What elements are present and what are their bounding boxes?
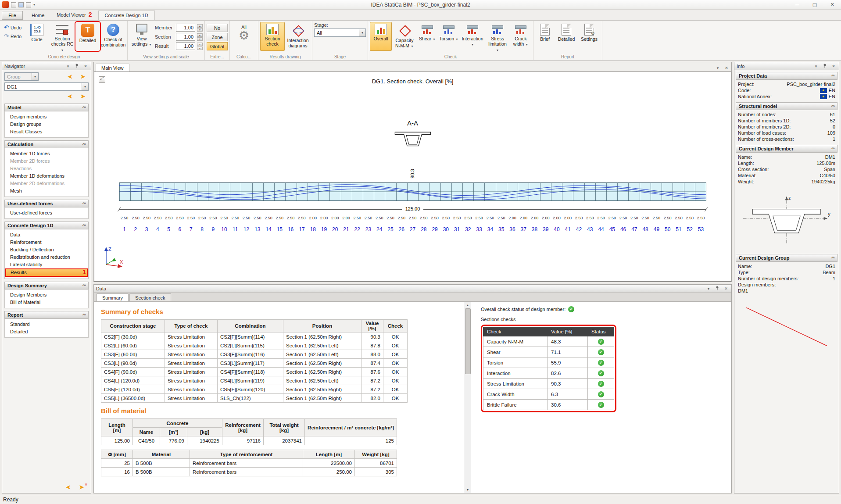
sidebar-item-redistribution[interactable]: Redistribution and reduction [5, 254, 88, 261]
code-button[interactable]: 1,4525.8 Code [25, 22, 49, 51]
report-settings-button[interactable]: ⚙ Settings [578, 22, 600, 51]
result-scale-down[interactable]: ▼ [197, 46, 203, 50]
check-stress-limitation-button[interactable]: Stress limitation ▼ [486, 22, 509, 54]
section-scale-up[interactable]: ▲ [197, 33, 203, 37]
sidebar-item-user-defined-forces[interactable]: User-defined forces [5, 209, 88, 217]
main-view-close-icon[interactable]: ✕ [723, 66, 730, 70]
tab-home[interactable]: Home [25, 11, 50, 20]
section-check-button[interactable]: Section check [260, 22, 285, 51]
sidebar-item-detailed-report[interactable]: Detailed [5, 328, 88, 336]
scroll-down-icon[interactable]: ▼ [465, 486, 471, 493]
stage-dropdown-icon[interactable]: ▼ [359, 29, 365, 36]
next-member-button[interactable]: ➤ [77, 93, 89, 100]
main-view-menu-icon[interactable]: ▾ [715, 66, 721, 70]
sidebar-item-reinforcement[interactable]: Reinforcement [5, 239, 88, 246]
save-icon[interactable] [18, 2, 24, 7]
section-header-concrete-design-1d[interactable]: Concrete Design 1D^^ [4, 222, 89, 229]
navigator-pin-icon[interactable] [74, 64, 80, 69]
info-panel-close-icon[interactable]: ✕ [830, 64, 837, 68]
tab-summary[interactable]: Summary [97, 293, 129, 301]
check-crack-width-button[interactable]: Crack width ▼ [510, 22, 531, 51]
design-group-select[interactable]: DG1 ▼ [4, 82, 89, 91]
close-button[interactable]: ✕ [823, 0, 841, 9]
detailed-button[interactable]: Detailed [75, 22, 100, 51]
sidebar-item-design-members[interactable]: Design members [5, 113, 88, 121]
section-checks-rc-button[interactable]: Section checks RC ▼ [50, 22, 75, 54]
report-detailed-button[interactable]: Detailed [555, 22, 577, 51]
view-settings-button[interactable]: View settings ▼ [129, 22, 154, 51]
group-select[interactable]: Group ▼ [4, 72, 39, 81]
check-capacity-button[interactable]: Capacity N-M-M ▼ [393, 22, 416, 51]
navigator-menu-icon[interactable]: ▾ [65, 64, 71, 68]
info-panel-pin-icon[interactable] [822, 64, 828, 69]
section-header-current-design-member[interactable]: Current Design Member^^ [736, 145, 837, 153]
undo-button[interactable]: ↶Undo [3, 24, 23, 31]
check-overall-button[interactable]: Overall [370, 22, 392, 51]
sidebar-item-standard-report[interactable]: Standard [5, 321, 88, 328]
scroll-up-icon[interactable]: ▲ [465, 302, 471, 308]
data-panel-pin-icon[interactable] [714, 286, 720, 291]
extreme-zone-button[interactable]: Zone [207, 33, 228, 41]
sidebar-item-member-1d-deformations[interactable]: Member 1D deformations [5, 172, 88, 180]
sidebar-item-result-classes[interactable]: Result Classes [5, 128, 88, 136]
group-select-dropdown-icon[interactable]: ▼ [32, 73, 38, 80]
sidebar-item-results[interactable]: Results1 [5, 268, 88, 277]
check-shear-button[interactable]: Shear ▼ [417, 22, 437, 51]
check-torsion-button[interactable]: Torsion ▼ [438, 22, 459, 51]
sidebar-item-bill-of-material[interactable]: Bill of Material [5, 299, 88, 306]
data-panel-close-icon[interactable]: ✕ [723, 286, 729, 291]
result-scale-up[interactable]: ▲ [197, 43, 203, 46]
check-of-combination-button[interactable]: Check of combination [101, 22, 125, 51]
maximize-button[interactable]: ▢ [806, 0, 823, 9]
tab-section-check[interactable]: Section check [129, 293, 171, 301]
customize-toolbar-icon[interactable]: ▾ [33, 3, 35, 7]
section-header-current-design-group[interactable]: Current Design Group^^ [736, 254, 837, 262]
stage-select[interactable]: All ▼ [314, 29, 366, 37]
sidebar-item-lateral-stability[interactable]: Lateral stability [5, 261, 88, 268]
next-group-button[interactable]: ➤ [77, 73, 89, 80]
section-scale-input[interactable]: 1.00 [176, 33, 195, 41]
minimize-button[interactable]: ─ [788, 0, 806, 9]
section-header-design-summary[interactable]: Design Summary^^ [4, 282, 89, 290]
tab-concrete-design-1d[interactable]: Concrete Design 1D [98, 11, 155, 21]
report-brief-button[interactable]: Brief [535, 22, 555, 51]
sidebar-item-member-1d-forces[interactable]: Member 1D forces [5, 150, 88, 157]
section-header-project-data[interactable]: Project Data^^ [736, 72, 837, 80]
navigate-forward-button[interactable]: ➤ [76, 483, 87, 491]
section-header-model[interactable]: Model^^ [4, 104, 89, 111]
tab-model-viewer[interactable]: Model Viewer2 [50, 9, 98, 20]
zoom-extents-icon[interactable] [99, 76, 105, 83]
sidebar-item-design-members-summary[interactable]: Design Members [5, 291, 88, 299]
section-header-calculation[interactable]: Calculation^^ [4, 140, 89, 148]
interaction-diagrams-button[interactable]: Interaction diagrams [286, 22, 310, 51]
section-header-user-forces[interactable]: User-defined forces^^ [4, 200, 89, 207]
extreme-global-button[interactable]: Global [207, 42, 228, 50]
tab-main-view[interactable]: Main View [96, 64, 129, 71]
sidebar-item-design-groups[interactable]: Design groups [5, 121, 88, 128]
navigator-close-icon[interactable]: ✕ [82, 64, 89, 68]
section-scale-down[interactable]: ▼ [197, 37, 203, 41]
sidebar-item-data[interactable]: Data [5, 231, 88, 239]
main-view-canvas[interactable]: DG1. Section check. Overall [%] A-A 90.3 [94, 71, 731, 282]
check-interaction-button[interactable]: Interaction ▼ [460, 22, 485, 51]
design-group-dropdown-icon[interactable]: ▼ [82, 83, 88, 90]
data-panel-scrollbar[interactable]: ▲ ▼ [464, 302, 471, 493]
navigate-back-button[interactable]: ➤ [62, 483, 74, 491]
data-panel-menu-icon[interactable]: ▾ [705, 286, 712, 291]
section-header-report[interactable]: Report^^ [4, 311, 89, 319]
member-scale-input[interactable]: 1.00 [176, 24, 195, 32]
member-scale-up[interactable]: ▲ [197, 24, 203, 28]
redo-button[interactable]: ↷Redo [3, 32, 23, 40]
member-scale-down[interactable]: ▼ [197, 28, 203, 32]
section-header-structural-model[interactable]: Structural model^^ [736, 102, 837, 110]
info-panel-menu-icon[interactable]: ▾ [813, 64, 819, 68]
result-scale-input[interactable]: 1.00 [176, 42, 195, 50]
sidebar-item-buckling-deflection[interactable]: Buckling / Deflection [5, 246, 88, 254]
scroll-thumb[interactable] [465, 308, 471, 374]
previous-member-button[interactable]: ➤ [64, 93, 75, 100]
open-icon[interactable] [11, 2, 16, 7]
file-menu-button[interactable]: File [2, 11, 23, 20]
calculate-all-button[interactable]: All ⚙ [232, 22, 256, 51]
sidebar-item-mesh[interactable]: Mesh [5, 187, 88, 195]
print-icon[interactable] [26, 2, 31, 7]
